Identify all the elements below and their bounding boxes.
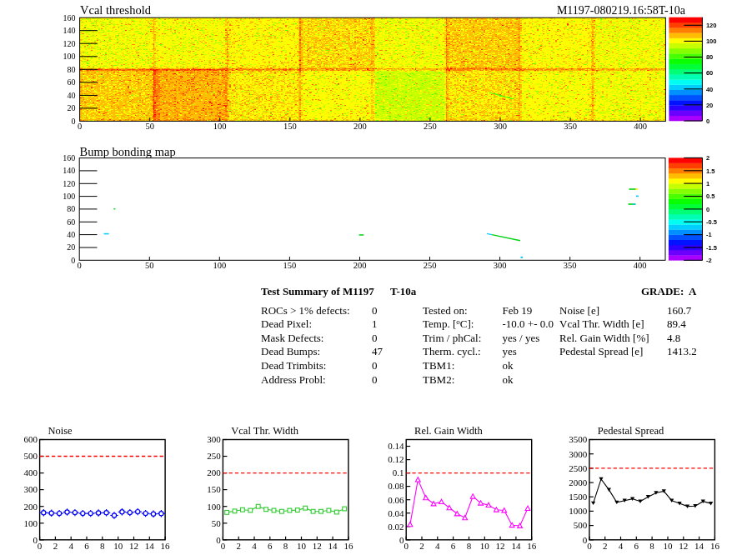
svg-text:100: 100 (24, 518, 38, 528)
svg-text:350: 350 (564, 122, 577, 131)
svg-text:yes / yes: yes / yes (503, 332, 540, 344)
svg-text:14: 14 (694, 541, 704, 551)
svg-text:150: 150 (283, 261, 297, 270)
svg-text:ok: ok (503, 359, 514, 372)
svg-text:yes: yes (503, 345, 517, 358)
svg-text:Vcal Thr. Width: Vcal Thr. Width (231, 425, 298, 437)
svg-text:3000: 3000 (569, 449, 588, 459)
svg-text:20: 20 (67, 242, 75, 252)
svg-text:2: 2 (603, 541, 608, 551)
svg-text:400: 400 (634, 122, 647, 131)
svg-text:6: 6 (634, 541, 639, 551)
svg-text:250: 250 (424, 122, 437, 131)
svg-text:ok: ok (503, 373, 514, 386)
svg-text:-1.5: -1.5 (706, 244, 717, 252)
svg-text:4.8: 4.8 (667, 332, 680, 344)
svg-text:16: 16 (161, 541, 171, 551)
svg-text:0: 0 (216, 535, 221, 545)
svg-text:Feb 19: Feb 19 (503, 304, 533, 317)
svg-text:300: 300 (24, 484, 38, 494)
svg-text:1413.2: 1413.2 (667, 345, 697, 358)
svg-text:100: 100 (63, 192, 75, 201)
svg-text:50: 50 (145, 122, 154, 131)
svg-text:200: 200 (207, 468, 221, 478)
svg-text:12: 12 (313, 541, 322, 551)
svg-text:0: 0 (38, 541, 43, 551)
svg-text:60: 60 (68, 78, 76, 87)
svg-text:0: 0 (71, 256, 75, 265)
svg-text:Temp. [oC]:: Temp. [oC]: (423, 318, 474, 330)
svg-text:12: 12 (129, 541, 138, 551)
svg-text:120: 120 (706, 22, 717, 29)
svg-text:60: 60 (67, 218, 75, 227)
svg-text:Noise: Noise (48, 425, 73, 437)
svg-text:0.14: 0.14 (388, 441, 404, 451)
svg-text:80: 80 (706, 53, 713, 61)
svg-text:80: 80 (68, 65, 76, 74)
svg-text:14: 14 (145, 541, 155, 551)
svg-text:4: 4 (68, 541, 73, 551)
svg-text:16: 16 (710, 541, 720, 551)
svg-text:6: 6 (268, 541, 273, 551)
svg-text:16: 16 (527, 541, 537, 551)
svg-text:600: 600 (24, 434, 38, 444)
svg-text:100: 100 (213, 261, 226, 270)
svg-text:8: 8 (100, 541, 105, 551)
svg-text:8: 8 (467, 541, 472, 551)
svg-text:150: 150 (207, 484, 221, 494)
svg-text:100: 100 (213, 122, 227, 131)
svg-text:300: 300 (494, 122, 507, 131)
svg-text:TBM1:: TBM1: (423, 359, 454, 372)
svg-text:TBM2:: TBM2: (423, 373, 454, 386)
svg-text:-10.0 +- 0.0: -10.0 +- 0.0 (503, 318, 554, 330)
svg-text:1000: 1000 (569, 506, 588, 516)
svg-text:0: 0 (72, 117, 76, 126)
svg-text:8: 8 (649, 541, 654, 551)
svg-text:0: 0 (583, 535, 588, 545)
svg-text:150: 150 (283, 122, 297, 131)
svg-text:20: 20 (706, 102, 713, 109)
svg-text:Noise [e]: Noise [e] (559, 304, 599, 317)
svg-text:0.12: 0.12 (388, 454, 404, 464)
svg-text:0: 0 (587, 541, 592, 551)
svg-text:200: 200 (353, 261, 367, 270)
svg-text:80: 80 (67, 204, 75, 213)
svg-text:2000: 2000 (569, 478, 588, 488)
svg-text:0: 0 (78, 122, 82, 131)
svg-text:4: 4 (435, 541, 440, 551)
svg-text:Therm. cycl.:: Therm. cycl.: (423, 345, 481, 358)
svg-text:6: 6 (84, 541, 89, 551)
svg-text:0.1: 0.1 (393, 468, 404, 478)
svg-text:300: 300 (494, 261, 507, 270)
svg-text:50: 50 (145, 261, 154, 270)
svg-text:2: 2 (236, 541, 241, 551)
svg-text:100: 100 (207, 502, 221, 512)
svg-text:0: 0 (221, 541, 226, 551)
svg-text:140: 140 (63, 166, 75, 175)
svg-text:160: 160 (63, 13, 76, 22)
svg-text:500: 500 (24, 451, 38, 461)
svg-text:0.06: 0.06 (388, 495, 404, 505)
svg-text:0.08: 0.08 (388, 481, 404, 491)
svg-text:0.5: 0.5 (706, 192, 714, 200)
svg-text:0: 0 (372, 359, 378, 372)
svg-text:0.02: 0.02 (388, 522, 404, 532)
svg-text:0: 0 (404, 541, 409, 551)
svg-text:Tested on:: Tested on: (423, 304, 468, 317)
svg-text:Dead Pixel:: Dead Pixel: (261, 318, 312, 330)
svg-text:10: 10 (297, 541, 307, 551)
svg-text:200: 200 (353, 122, 367, 131)
svg-text:0: 0 (33, 535, 38, 545)
svg-text:1.5: 1.5 (706, 168, 714, 175)
svg-text:47: 47 (372, 345, 384, 358)
svg-text:6: 6 (451, 541, 456, 551)
svg-text:160.7: 160.7 (667, 304, 692, 317)
svg-text:Pedestal Spread [e]: Pedestal Spread [e] (559, 345, 643, 358)
svg-text:40: 40 (68, 91, 76, 100)
svg-text:200: 200 (24, 502, 38, 512)
svg-text:0: 0 (706, 118, 709, 125)
svg-text:Vcal threshold: Vcal threshold (80, 3, 152, 17)
svg-text:4: 4 (619, 541, 624, 551)
svg-text:250: 250 (207, 451, 221, 461)
svg-text:2: 2 (706, 154, 709, 162)
